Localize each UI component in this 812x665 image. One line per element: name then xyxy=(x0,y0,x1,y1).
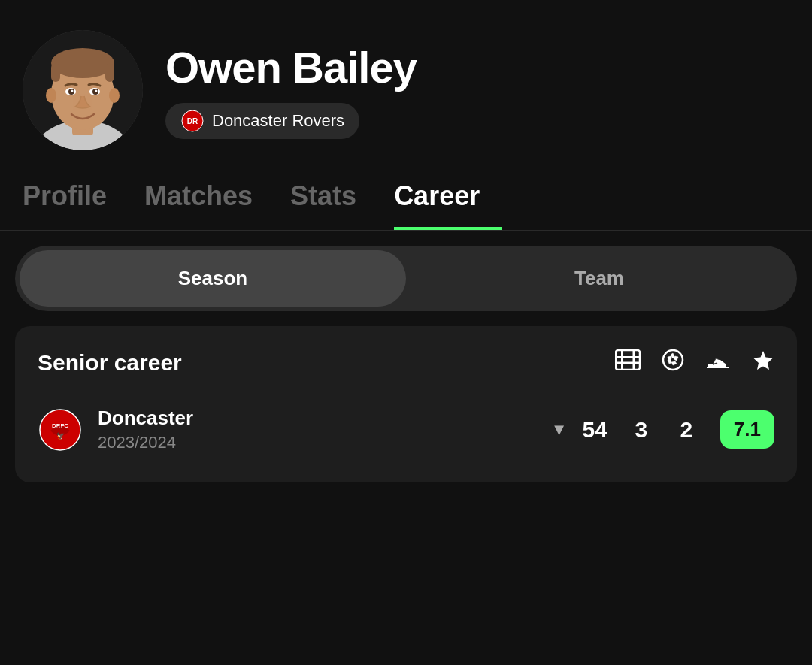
team-name: Doncaster Rovers xyxy=(212,111,344,131)
club-season: 2023/2024 xyxy=(98,433,529,452)
svg-rect-21 xyxy=(616,356,640,358)
app-container: Owen Bailey DR Doncaster Rovers Profile … xyxy=(0,0,812,497)
toggle-team[interactable]: Team xyxy=(406,250,792,307)
svg-text:🦅: 🦅 xyxy=(56,431,65,440)
svg-point-12 xyxy=(71,90,74,92)
avatar xyxy=(23,30,143,150)
player-name: Owen Bailey xyxy=(165,42,417,92)
goals-icon xyxy=(662,349,684,376)
header: Owen Bailey DR Doncaster Rovers xyxy=(0,0,812,150)
rating-icon xyxy=(752,349,774,376)
svg-rect-22 xyxy=(616,362,640,364)
club-name: Doncaster xyxy=(98,407,529,430)
svg-rect-7 xyxy=(105,63,114,82)
svg-point-14 xyxy=(46,88,56,103)
club-info: Doncaster 2023/2024 xyxy=(98,407,529,452)
career-card: Senior career xyxy=(15,326,797,482)
svg-rect-19 xyxy=(621,350,623,370)
player-info: Owen Bailey DR Doncaster Rovers xyxy=(165,42,417,139)
svg-point-5 xyxy=(51,48,114,78)
svg-rect-20 xyxy=(633,350,635,370)
svg-rect-6 xyxy=(51,63,60,82)
season-team-toggle: Season Team xyxy=(15,246,797,311)
svg-text:DR: DR xyxy=(187,117,198,125)
tabs-nav: Profile Matches Stats Career xyxy=(0,150,812,231)
expand-icon[interactable]: ▼ xyxy=(551,420,568,440)
assists-icon xyxy=(705,349,731,376)
career-entry-row: DRFC 🦅 Doncaster 2023/2024 ▼ 54 3 2 7.1 xyxy=(38,399,774,460)
apps-icon xyxy=(615,349,641,376)
svg-marker-28 xyxy=(668,356,671,360)
team-badge: DR Doncaster Rovers xyxy=(165,103,359,139)
rating-badge: 7.1 xyxy=(720,410,774,449)
senior-career-title: Senior career xyxy=(38,350,182,376)
club-crest: DRFC 🦅 xyxy=(38,407,83,452)
goals-value: 3 xyxy=(630,417,653,443)
toggle-season[interactable]: Season xyxy=(20,250,406,307)
team-crest-icon: DR xyxy=(180,109,205,133)
assists-value: 2 xyxy=(675,417,698,443)
senior-career-header: Senior career xyxy=(38,349,774,376)
svg-marker-26 xyxy=(671,361,677,365)
svg-marker-24 xyxy=(671,353,675,358)
svg-point-13 xyxy=(95,90,98,92)
career-column-icons xyxy=(615,349,774,376)
stat-values: 54 3 2 7.1 xyxy=(582,410,774,449)
tab-career[interactable]: Career xyxy=(394,173,502,230)
svg-point-15 xyxy=(109,88,120,103)
tab-stats[interactable]: Stats xyxy=(290,173,379,230)
career-content: Season Team Senior career xyxy=(0,231,812,497)
tab-matches[interactable]: Matches xyxy=(144,173,275,230)
svg-marker-30 xyxy=(753,351,773,370)
svg-rect-18 xyxy=(616,350,640,370)
apps-value: 54 xyxy=(582,417,607,443)
tab-profile[interactable]: Profile xyxy=(23,173,129,230)
